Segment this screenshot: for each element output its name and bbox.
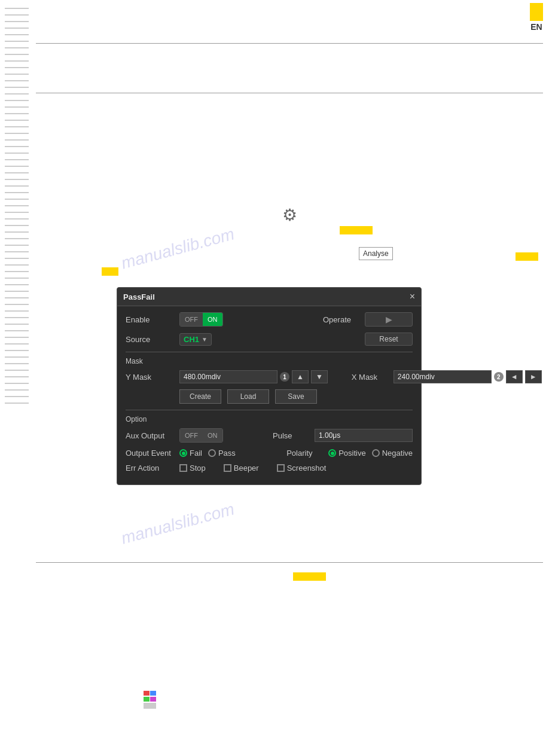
save-button[interactable]: Save [275, 389, 317, 404]
pass-radio-button[interactable] [208, 449, 216, 457]
sidebar-line [5, 317, 29, 318]
sidebar-line [5, 14, 29, 16]
bottom-icon-area [144, 691, 167, 717]
positive-radio-group[interactable]: Positive [328, 449, 366, 458]
sidebar-line [5, 47, 29, 48]
option-section-divider [126, 410, 413, 410]
xmask-left-btn[interactable]: ◄ [506, 370, 523, 383]
screenshot-checkbox[interactable] [277, 464, 285, 472]
sidebar-line [5, 192, 29, 193]
svg-rect-3 [150, 697, 156, 702]
screenshot-checkbox-group[interactable]: Screenshot [277, 464, 327, 472]
load-button[interactable]: Load [227, 389, 269, 404]
create-button[interactable]: Create [179, 389, 221, 404]
stop-checkbox-group[interactable]: Stop [179, 464, 206, 472]
sidebar-line [5, 28, 29, 29]
ymask-down-btn[interactable]: ▼ [311, 370, 328, 383]
operate-label: Operate [323, 315, 359, 324]
sidebar-line [5, 396, 29, 397]
negative-radio-group[interactable]: Negative [372, 449, 413, 458]
play-icon: ▶ [386, 315, 392, 324]
sidebar-line [5, 310, 29, 312]
svg-rect-2 [144, 697, 150, 702]
xmask-right-btn[interactable]: ► [525, 370, 542, 383]
sidebar-line [5, 146, 29, 147]
sidebar-line [5, 159, 29, 160]
ymask-up-btn[interactable]: ▲ [292, 370, 309, 383]
sidebar-line [5, 80, 29, 81]
sidebar [0, 0, 36, 756]
negative-radio-button[interactable] [372, 449, 380, 457]
middle-divider [36, 562, 543, 563]
watermark: manualslib.com [119, 224, 236, 273]
output-event-polarity-row: Output Event Fail Pass Polarity Positive [126, 449, 413, 458]
ymask-value-box: 1 ▲ ▼ [179, 370, 328, 383]
auxoutput-pulse-row: Aux Output OFF ON Pulse [126, 428, 413, 443]
sidebar-line [5, 330, 29, 331]
stop-checkbox[interactable] [179, 464, 187, 472]
fail-radio-inner [182, 452, 185, 455]
aux-off-btn[interactable]: OFF [180, 429, 203, 442]
sidebar-line [5, 113, 29, 114]
sidebar-line [5, 139, 29, 141]
sidebar-line [5, 87, 29, 88]
beeper-checkbox[interactable] [224, 464, 231, 472]
mask-section-divider [126, 352, 413, 352]
sidebar-line [5, 74, 29, 75]
xmask-input[interactable] [394, 370, 492, 383]
output-event-label: Output Event [126, 449, 173, 458]
enable-on-btn[interactable]: ON [203, 313, 222, 326]
sidebar-line [5, 60, 29, 62]
sidebar-line [5, 350, 29, 351]
sidebar-line [5, 34, 29, 35]
mask-section-label: Mask [126, 357, 413, 365]
sidebar-line [5, 106, 29, 108]
sidebar-line [5, 218, 29, 220]
sidebar-line [5, 54, 29, 55]
dialog-close-button[interactable]: × [410, 291, 415, 302]
sidebar-line [5, 238, 29, 239]
positive-radio-button[interactable] [328, 449, 336, 457]
source-label: Source [126, 335, 173, 344]
enable-toggle[interactable]: OFF ON [179, 312, 223, 327]
sidebar-line [5, 324, 29, 325]
negative-label: Negative [382, 449, 413, 458]
sidebar-line [5, 199, 29, 200]
passfail-dialog: PassFail × Enable OFF ON Operate ▶ Sourc… [117, 287, 422, 485]
xmask-label: X Mask [352, 373, 388, 382]
svg-rect-1 [150, 691, 156, 696]
sidebar-line [5, 133, 29, 134]
aux-on-btn[interactable]: ON [203, 429, 222, 442]
fail-radio-button[interactable] [179, 449, 187, 457]
sidebar-line [5, 166, 29, 167]
aux-output-toggle[interactable]: OFF ON [179, 428, 223, 443]
positive-radio-inner [331, 452, 334, 455]
sidebar-line [5, 185, 29, 187]
enable-off-btn[interactable]: OFF [180, 313, 203, 326]
sidebar-line [5, 383, 29, 384]
sidebar-line [5, 212, 29, 213]
beeper-checkbox-group[interactable]: Beeper [224, 464, 259, 472]
language-flag [530, 3, 543, 21]
err-action-row: Err Action Stop Beeper Screenshot [126, 464, 413, 472]
source-value: CH1 [184, 335, 199, 344]
pass-radio-group[interactable]: Pass [208, 449, 236, 458]
ymask-input[interactable] [179, 370, 277, 383]
dialog-body: Enable OFF ON Operate ▶ Source CH1 ▼ Res… [117, 306, 421, 484]
screenshot-label: Screenshot [287, 464, 327, 472]
fail-radio-group[interactable]: Fail [179, 449, 202, 458]
language-label: EN [530, 22, 542, 32]
source-dropdown[interactable]: CH1 ▼ [179, 333, 212, 346]
reset-button[interactable]: Reset [365, 333, 413, 346]
sidebar-line [5, 8, 29, 9]
language-selector[interactable]: EN [530, 3, 543, 32]
operate-play-button[interactable]: ▶ [365, 312, 413, 327]
sidebar-line [5, 21, 29, 22]
sidebar-line [5, 363, 29, 364]
top-divider [36, 43, 543, 44]
sidebar-line [5, 41, 29, 42]
sidebar-line [5, 370, 29, 371]
sidebar-line [5, 297, 29, 298]
ymask-info-badge: 1 [280, 372, 289, 382]
pulse-input[interactable] [315, 429, 413, 442]
